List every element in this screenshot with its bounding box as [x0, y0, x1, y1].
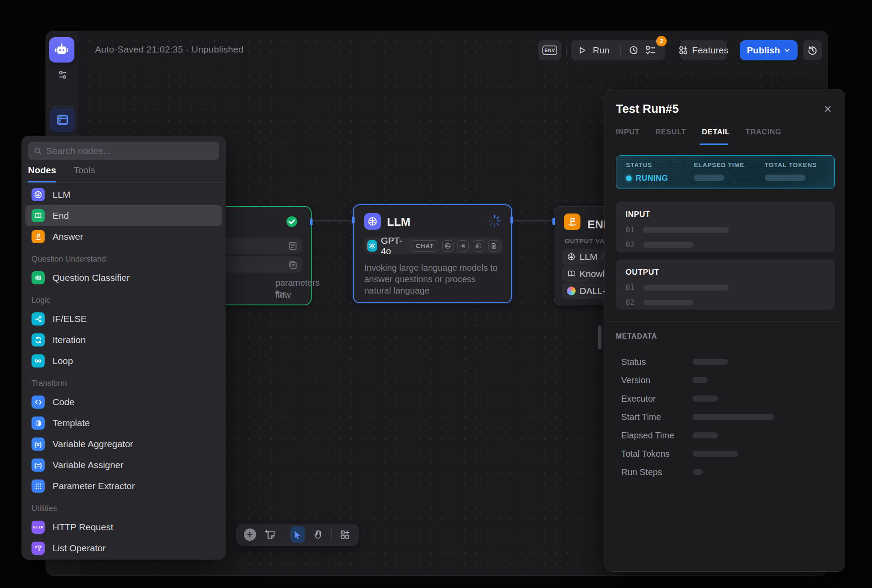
openai-icon	[367, 240, 377, 252]
parameter-extractor-icon	[32, 480, 45, 493]
value-skeleton	[643, 300, 693, 305]
tab-result[interactable]: RESULT	[655, 128, 686, 144]
hand-tool-button[interactable]	[311, 526, 325, 543]
knowledge-icon	[567, 270, 576, 278]
status-value: RUNING	[636, 174, 668, 183]
llm-node[interactable]: LLM GPT-4o	[353, 204, 512, 303]
elapsed-column: ELAPSED TIME	[694, 161, 744, 181]
sliders-icon	[57, 69, 68, 80]
tab-nodes[interactable]: Nodes	[28, 165, 56, 182]
publish-label: Publish	[747, 45, 780, 56]
history-icon	[807, 45, 818, 56]
input-handle[interactable]	[552, 218, 555, 225]
chevron-down-icon	[784, 47, 791, 54]
node-item-label: Variable Assigner	[53, 460, 123, 470]
section-header: Utilities	[25, 498, 222, 517]
end-flag-icon	[564, 214, 580, 230]
schedule-button[interactable]	[629, 45, 639, 56]
meta-skeleton	[693, 451, 738, 457]
search-box[interactable]	[28, 142, 219, 160]
search-icon	[34, 147, 42, 155]
node-item-label: LLM	[53, 189, 70, 200]
features-label: Features	[692, 45, 728, 56]
history-button[interactable]	[803, 40, 822, 60]
code-icon	[32, 396, 45, 409]
close-button[interactable]	[820, 102, 835, 116]
node-item-template[interactable]: Template	[25, 413, 222, 434]
node-item-parameter-extractor[interactable]: Parameter Extractor	[25, 476, 222, 497]
node-item-end[interactable]: End	[25, 205, 222, 226]
output-handle[interactable]	[310, 218, 313, 225]
search-input[interactable]	[46, 146, 214, 156]
copy-files-icon	[288, 260, 298, 270]
list-operator-icon	[32, 542, 45, 555]
check-circle-icon	[286, 216, 298, 228]
meta-skeleton	[693, 414, 774, 420]
env-icon: ENV	[542, 46, 557, 55]
features-button[interactable]: Features	[680, 40, 727, 60]
panel-resize-handle[interactable]	[598, 326, 601, 349]
node-item-http-request[interactable]: HTTP HTTP Request	[25, 517, 222, 538]
tokens-column: TOTAL TOKENS	[765, 161, 817, 181]
separator: /	[601, 252, 604, 262]
value-skeleton	[643, 227, 729, 233]
node-item-list-operator[interactable]: List Operator	[25, 538, 222, 559]
run-group-divider	[620, 46, 621, 55]
section-header: Logic	[25, 290, 222, 308]
node-item-if-else[interactable]: IF/ELSE	[25, 308, 222, 329]
publish-button[interactable]: Publish	[740, 40, 798, 60]
checklist-button[interactable]	[645, 45, 656, 56]
row-number: 01	[626, 225, 636, 234]
row-number: 02	[626, 240, 636, 249]
preferences-button[interactable]	[56, 68, 70, 82]
node-item-loop[interactable]: Loop	[25, 350, 222, 371]
organize-icon	[340, 529, 350, 540]
organize-button[interactable]	[338, 526, 352, 543]
loading-spinner-icon	[488, 214, 502, 228]
node-item-answer[interactable]: Answer	[25, 226, 222, 247]
meta-skeleton	[693, 396, 718, 402]
node-item-label: Loop	[53, 356, 73, 366]
meta-label: Version	[621, 375, 693, 385]
edge-llm-to-end	[512, 220, 554, 221]
run-button[interactable]: Run	[593, 45, 610, 56]
meta-label: Elapsed Time	[621, 430, 693, 441]
add-note-button[interactable]	[263, 526, 278, 543]
node-item-iteration[interactable]: Iteration	[25, 329, 222, 350]
tab-tools[interactable]: Tools	[74, 165, 95, 182]
node-item-variable-aggregator[interactable]: {x} Variable Aggregator	[25, 434, 222, 455]
output-handle[interactable]	[510, 217, 513, 224]
workflow-panel-button[interactable]	[50, 108, 75, 132]
node-item-label: IF/ELSE	[53, 314, 87, 324]
question-classifier-icon	[32, 271, 45, 284]
close-icon	[823, 105, 832, 113]
autosave-status: Auto-Saved 21:02:35 · Unpublished	[95, 44, 243, 55]
pointer-icon	[292, 529, 302, 540]
tab-detail[interactable]: DETAIL	[702, 128, 730, 144]
meta-label: Run Steps	[621, 467, 693, 477]
section-header: Question Understand	[25, 249, 222, 267]
input-handle[interactable]	[352, 217, 355, 224]
hand-icon	[313, 529, 323, 540]
loop-icon	[32, 354, 45, 368]
model-selector[interactable]: GPT-4o CHAT	[364, 238, 503, 254]
add-node-button[interactable]: +	[243, 526, 257, 543]
node-item-question-classifier[interactable]: Question Classifier	[25, 267, 222, 288]
section-header: Transform	[25, 373, 222, 392]
features-icon	[679, 46, 688, 55]
node-item-llm[interactable]: LLM	[25, 184, 222, 205]
robot-icon	[54, 42, 69, 57]
node-item-variable-assigner[interactable]: {=} Variable Assigner	[25, 455, 222, 476]
tab-tracing[interactable]: TRACING	[745, 128, 781, 144]
form-field-icon	[288, 241, 298, 251]
model-name: GPT-4o	[381, 235, 408, 256]
pointer-tool-button[interactable]	[290, 526, 305, 543]
app-logo[interactable]	[49, 37, 74, 63]
node-item-code[interactable]: Code	[25, 392, 222, 413]
env-button[interactable]: ENV	[538, 40, 562, 60]
meta-label: Status	[621, 357, 693, 367]
node-item-label: Code	[53, 397, 74, 407]
node-item-label: List Operator	[53, 543, 105, 553]
tab-input[interactable]: INPUT	[616, 128, 640, 144]
run-panel-tabs: INPUT RESULT DETAIL TRACING	[616, 128, 781, 144]
